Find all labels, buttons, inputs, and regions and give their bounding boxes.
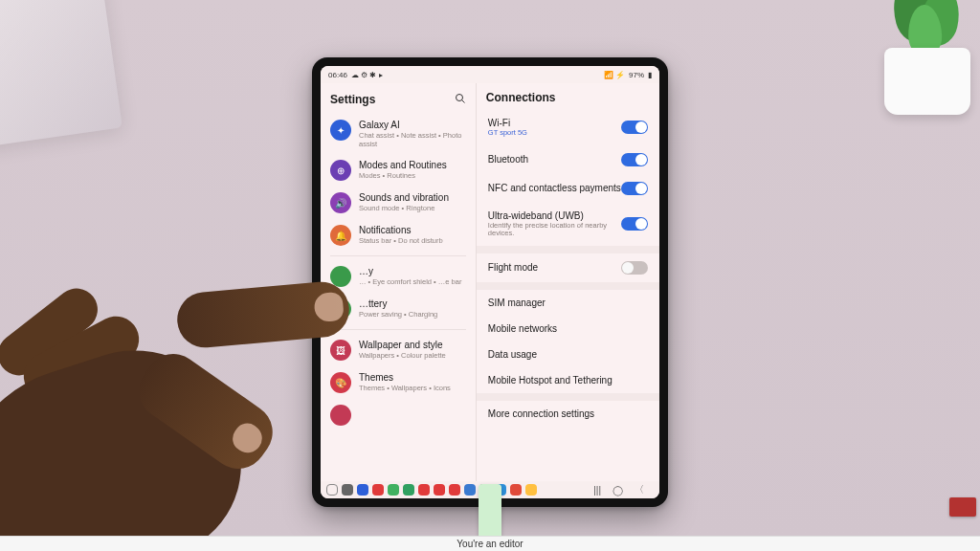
conn-item-mobile-hotspot-and-tethering[interactable]: Mobile Hotspot and Tethering <box>477 367 659 393</box>
conn-item-mobile-networks[interactable]: Mobile networks <box>477 316 659 342</box>
toggle-switch[interactable] <box>621 121 648 134</box>
settings-item-title: Galaxy AI <box>359 120 466 130</box>
dock-app-6[interactable] <box>434 484 445 496</box>
settings-item-subtitle: Themes • Wallpapers • Icons <box>359 384 451 392</box>
status-icons-left: ☁ ⚙ ✱ ▸ <box>351 71 383 79</box>
conn-title: Mobile networks <box>488 323 557 334</box>
settings-item-subtitle: Sound mode • Ringtone <box>359 204 449 212</box>
conn-item-data-usage[interactable]: Data usage <box>477 342 659 367</box>
dock-app-8[interactable] <box>464 484 476 496</box>
settings-item-subtitle: Wallpapers • Colour palette <box>359 351 446 360</box>
conn-title: Data usage <box>488 349 537 360</box>
settings-item-icon: ⊕ <box>330 160 351 181</box>
conn-item-nfc-and-contactless-payments[interactable]: NFC and contactless payments <box>477 174 659 203</box>
search-icon[interactable] <box>455 91 466 108</box>
settings-item-notifications[interactable]: 🔔NotificationsStatus bar • Do not distur… <box>321 219 476 252</box>
connections-list: Wi-FiGT sport 5GBluetoothNFC and contact… <box>477 110 659 481</box>
svg-point-0 <box>456 95 462 101</box>
status-icons-right: 📶 ⚡ <box>604 71 625 79</box>
nav-home-icon[interactable]: ◯ <box>612 485 623 496</box>
settings-sidebar: Settings ✦Galaxy AIChat assist • Note as… <box>321 83 477 481</box>
tablet-screen: 06:46 ☁ ⚙ ✱ ▸ 📶 ⚡ 97% ▮ Settings <box>321 66 659 498</box>
status-bar: 06:46 ☁ ⚙ ✱ ▸ 📶 ⚡ 97% ▮ <box>321 66 659 83</box>
conn-item-more-connection-settings[interactable]: More connection settings <box>477 401 659 427</box>
toggle-switch[interactable] <box>621 217 648 231</box>
settings-item-sounds-and-vibration[interactable]: 🔊Sounds and vibrationSound mode • Ringto… <box>321 187 476 219</box>
dock-app-1[interactable] <box>357 484 368 496</box>
settings-item-title: Themes <box>359 372 451 383</box>
toggle-switch[interactable] <box>621 153 648 166</box>
dock-app-2[interactable] <box>372 484 384 496</box>
conn-title: SIM manager <box>488 298 546 308</box>
settings-list: ✦Galaxy AIChat assist • Note assist • Ph… <box>321 114 476 481</box>
dock-app-0[interactable] <box>342 484 353 496</box>
editor-footer: You're an editor <box>0 536 980 551</box>
decorative-glass-block <box>0 0 122 147</box>
conn-item-bluetooth[interactable]: Bluetooth <box>477 145 659 174</box>
connections-title: Connections <box>486 91 556 104</box>
settings-item-icon <box>330 298 351 320</box>
conn-item-ultra-wideband-uwb-[interactable]: Ultra-wideband (UWB)Identify the precise… <box>477 203 659 246</box>
conn-title: Flight mode <box>488 262 538 273</box>
dock-app-5[interactable] <box>418 484 430 496</box>
svg-line-1 <box>461 100 464 103</box>
conn-title: Ultra-wideband (UWB) <box>488 210 612 221</box>
conn-title: More connection settings <box>488 408 594 419</box>
settings-item-icon <box>330 266 351 287</box>
settings-item--y[interactable]: …y… • Eye comfort shield • …e bar <box>321 260 476 293</box>
settings-item-title: Notifications <box>359 225 443 235</box>
settings-item-icon: 🖼 <box>330 340 351 361</box>
status-time: 06:46 <box>328 71 347 79</box>
settings-item-icon: ✦ <box>330 120 351 141</box>
settings-item-subtitle: Power saving • Charging <box>359 310 437 319</box>
settings-item-subtitle: … • Eye comfort shield • …e bar <box>359 277 461 286</box>
connections-panel: Connections Wi-FiGT sport 5GBluetoothNFC… <box>477 83 659 481</box>
conn-item-wi-fi[interactable]: Wi-FiGT sport 5G <box>477 110 659 145</box>
settings-item-subtitle: Status bar • Do not disturb <box>359 236 443 245</box>
conn-title: Mobile Hotspot and Tethering <box>488 375 612 386</box>
settings-item-title: …ttery <box>359 298 437 309</box>
settings-item-subtitle: Chat assist • Note assist • Photo assist <box>359 131 466 148</box>
dock-app-12[interactable] <box>525 484 537 496</box>
settings-item-icon: 🎨 <box>330 372 351 393</box>
settings-item-title: Sounds and vibration <box>359 192 449 203</box>
charging-cable <box>479 484 501 541</box>
conn-subtitle: GT sport 5G <box>488 129 527 138</box>
apps-grid-icon[interactable] <box>326 484 338 496</box>
settings-item-icon: 🔔 <box>330 225 351 246</box>
settings-item-title: Wallpaper and style <box>359 340 446 350</box>
dock-app-7[interactable] <box>449 484 460 496</box>
user-hand-overlay <box>0 249 354 551</box>
tablet-device: 06:46 ☁ ⚙ ✱ ▸ 📶 ⚡ 97% ▮ Settings <box>312 57 668 507</box>
settings-item-modes-and-routines[interactable]: ⊕Modes and RoutinesModes • Routines <box>321 154 476 187</box>
toggle-switch[interactable] <box>621 261 648 275</box>
conn-title: Wi-Fi <box>488 118 527 128</box>
battery-icon: ▮ <box>648 71 652 79</box>
dock-app-4[interactable] <box>403 484 414 496</box>
settings-item-icon: 🔊 <box>330 192 351 213</box>
settings-item-title: Modes and Routines <box>359 160 447 170</box>
conn-item-flight-mode[interactable]: Flight mode <box>477 253 659 282</box>
settings-item-galaxy-ai[interactable]: ✦Galaxy AIChat assist • Note assist • Ph… <box>321 114 476 154</box>
watermark-badge <box>949 497 976 517</box>
settings-item-themes[interactable]: 🎨ThemesThemes • Wallpapers • Icons <box>321 366 476 399</box>
settings-item-wallpaper-and-style[interactable]: 🖼Wallpaper and styleWallpapers • Colour … <box>321 334 476 366</box>
settings-item-icon <box>330 405 351 426</box>
dock-app-3[interactable] <box>388 484 399 496</box>
footer-label: You're an editor <box>457 539 523 549</box>
decorative-plant <box>846 0 980 124</box>
settings-item-obscured[interactable] <box>321 399 476 431</box>
nav-recent-icon[interactable]: ||| <box>593 485 601 496</box>
toggle-switch[interactable] <box>621 182 648 195</box>
status-battery: 97% <box>629 71 644 79</box>
settings-item-title: …y <box>359 266 461 276</box>
conn-title: Bluetooth <box>488 154 528 165</box>
settings-item--ttery[interactable]: …tteryPower saving • Charging <box>321 293 476 325</box>
settings-item-subtitle: Modes • Routines <box>359 171 447 180</box>
nav-back-icon[interactable]: 〈 <box>635 483 644 496</box>
conn-subtitle: Identify the precise location of nearby … <box>488 222 612 238</box>
dock-app-11[interactable] <box>510 484 522 496</box>
settings-title: Settings <box>330 93 375 106</box>
conn-item-sim-manager[interactable]: SIM manager <box>477 290 659 316</box>
conn-title: NFC and contactless payments <box>488 183 621 193</box>
